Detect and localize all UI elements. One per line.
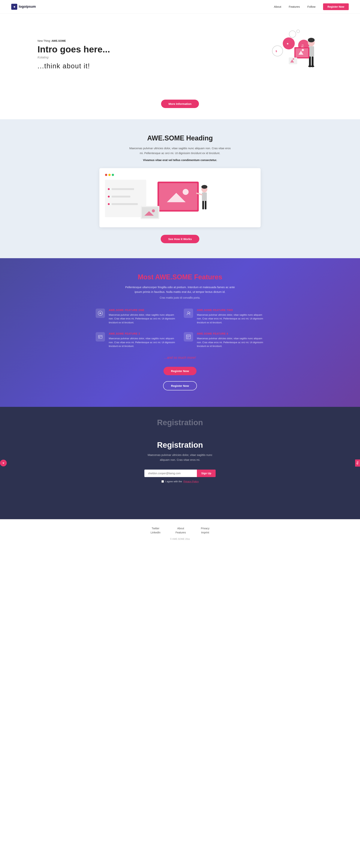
svg-point-35 bbox=[201, 185, 207, 189]
agree-row: I agree with the Privacy Policy bbox=[161, 480, 199, 483]
signup-button[interactable]: Sign Up bbox=[197, 470, 216, 477]
hero-subtitle: Kotating bbox=[37, 56, 110, 59]
nav-links: About Features Follow Register Now bbox=[274, 3, 349, 10]
hero-badge-prefix: New Thing: bbox=[37, 39, 51, 42]
nav-features[interactable]: Features bbox=[289, 5, 300, 8]
dot-green bbox=[112, 174, 114, 176]
footer-privacy[interactable]: Privacy bbox=[201, 527, 210, 530]
svg-rect-25 bbox=[112, 188, 134, 190]
feature-title-2: AWE.SOME FEATURE TWO bbox=[197, 309, 265, 312]
feature-desc-2: Maecenas pulvinar ultricies dolor, vitae… bbox=[197, 313, 265, 324]
nav-follow[interactable]: Follow bbox=[307, 5, 315, 8]
feature-item-3: AWE.SOME FEATURE 3 Maecenas pulvinar ult… bbox=[95, 332, 176, 348]
feature-title-1: AWE.SOME FEATURE ONE bbox=[109, 309, 176, 312]
features-register-button-2[interactable]: Register Now bbox=[163, 381, 197, 391]
feature-icon-4 bbox=[184, 332, 193, 342]
svg-rect-39 bbox=[205, 201, 206, 209]
dot-red bbox=[105, 174, 107, 176]
mockup-container bbox=[100, 168, 260, 227]
svg-point-22 bbox=[293, 58, 294, 60]
awesome-paragraph: Maecenas pulvinar ultricies dolor, vitae… bbox=[128, 146, 232, 155]
svg-rect-23 bbox=[105, 180, 146, 217]
hero-tagline: ...think about it! bbox=[37, 62, 110, 70]
svg-point-33 bbox=[183, 189, 189, 195]
mockup-dots bbox=[105, 174, 255, 176]
awesome-heading: AWE.SOME Heading bbox=[37, 134, 323, 142]
feature-icon-1 bbox=[95, 309, 105, 318]
hero-svg: $ ★ ♡ bbox=[251, 28, 323, 81]
svg-point-28 bbox=[108, 203, 110, 205]
feature-item-4: AWE.SOME FEATURE 4 Maecenas pulvinar ult… bbox=[184, 332, 265, 348]
svg-rect-52 bbox=[187, 337, 190, 337]
footer-col-social: Twitter LinkedIn bbox=[150, 527, 161, 534]
nav-about[interactable]: About bbox=[274, 5, 281, 8]
footer-col-legal: Privacy Imprint bbox=[201, 527, 210, 534]
hero-badge: New Thing: AWE.SOME bbox=[37, 39, 110, 42]
svg-point-24 bbox=[108, 188, 110, 190]
footer-col-nav: About Features bbox=[175, 527, 186, 534]
svg-rect-38 bbox=[202, 201, 204, 209]
hero-badge-product: AWE.SOME bbox=[51, 39, 66, 42]
email-input[interactable] bbox=[144, 470, 197, 477]
svg-rect-49 bbox=[99, 337, 100, 338]
registration-heading-scroll: Registration bbox=[157, 418, 203, 427]
logo-icon: ◈ bbox=[11, 4, 17, 10]
svg-rect-54 bbox=[187, 338, 189, 338]
logo: ◈ logoipsum bbox=[11, 4, 36, 10]
section-awesome: AWE.SOME Heading Maecenas pulvinar ultri… bbox=[0, 119, 360, 258]
svg-point-45 bbox=[188, 312, 189, 313]
features-grid: AWE.SOME FEATURE ONE Maecenas pulvinar u… bbox=[95, 309, 265, 348]
svg-text:$: $ bbox=[276, 50, 277, 53]
footer-copyright: © AWE.SOME 20xx bbox=[37, 538, 323, 540]
features-cta-row: Register Now bbox=[37, 365, 323, 377]
feature-text-1: AWE.SOME FEATURE ONE Maecenas pulvinar u… bbox=[109, 309, 176, 324]
feature-desc-3: Maecenas pulvinar ultricies dolor, vitae… bbox=[109, 337, 176, 348]
section-registration: Registration Registration Maecenas pulvi… bbox=[0, 407, 360, 519]
features-register-button-1[interactable]: Register Now bbox=[164, 367, 196, 375]
svg-rect-27 bbox=[112, 196, 130, 197]
svg-point-4 bbox=[283, 37, 295, 50]
feature-text-4: AWE.SOME FEATURE 4 Maecenas pulvinar ult… bbox=[197, 332, 265, 348]
features-description: Pellentesque ullamcorper fringilla odio … bbox=[124, 285, 236, 294]
see-how-button[interactable]: See How it Works bbox=[161, 235, 199, 243]
svg-point-2 bbox=[272, 46, 283, 56]
navbar: ◈ logoipsum About Features Follow Regist… bbox=[0, 0, 360, 13]
svg-rect-53 bbox=[187, 337, 189, 338]
svg-rect-36 bbox=[202, 192, 207, 201]
svg-point-26 bbox=[108, 196, 110, 197]
more-info-button[interactable]: More Information bbox=[161, 100, 199, 108]
footer-twitter[interactable]: Twitter bbox=[150, 527, 161, 530]
privacy-link[interactable]: Privacy Policy bbox=[184, 480, 199, 483]
feature-desc-1: Maecenas pulvinar ultricies dolor, vitae… bbox=[109, 313, 176, 324]
footer-about[interactable]: About bbox=[175, 527, 186, 530]
registration-form: Sign Up I agree with the Privacy Policy bbox=[37, 470, 323, 483]
svg-text:★: ★ bbox=[286, 42, 289, 45]
awesome-highlight: Vivamus vitae erat vel tellus condimentu… bbox=[128, 158, 232, 162]
scroll-badge[interactable] bbox=[0, 460, 7, 466]
footer-features[interactable]: Features bbox=[175, 531, 186, 534]
feature-title-4: AWE.SOME FEATURE 4 bbox=[197, 332, 265, 335]
agree-text: I agree with the bbox=[165, 480, 182, 483]
hero-section: New Thing: AWE.SOME Intro goes here... K… bbox=[0, 13, 360, 92]
registration-heading: Registration bbox=[37, 440, 323, 450]
registration-content: Registration Maecenas pulvinar ultricies… bbox=[37, 426, 323, 483]
svg-point-19 bbox=[302, 49, 304, 51]
svg-point-9 bbox=[308, 38, 315, 42]
privacy-checkbox[interactable] bbox=[161, 480, 164, 483]
feature-item-1: AWE.SOME FEATURE ONE Maecenas pulvinar u… bbox=[95, 309, 176, 324]
footer-links: Twitter LinkedIn About Features Privacy … bbox=[37, 527, 323, 534]
svg-point-1 bbox=[297, 30, 300, 33]
features-heading: Most AWE.SOME Features bbox=[37, 273, 323, 281]
footer-imprint[interactable]: Imprint bbox=[201, 531, 210, 534]
feature-text-3: AWE.SOME FEATURE 3 Maecenas pulvinar ult… bbox=[109, 332, 176, 348]
feature-icon-2 bbox=[184, 309, 193, 318]
footer-linkedin[interactable]: LinkedIn bbox=[150, 531, 161, 534]
feature-icon-3 bbox=[95, 332, 105, 342]
hero-cta: More Information bbox=[0, 92, 360, 119]
feature-desc-4: Maecenas pulvinar ultricies dolor, vitae… bbox=[197, 337, 265, 348]
features-cta-row-2: Register Now bbox=[37, 380, 323, 392]
nav-register-button[interactable]: Register Now bbox=[323, 3, 349, 10]
hero-illustration: $ ★ ♡ bbox=[251, 28, 323, 81]
features-and-more: ...and so much more! bbox=[37, 356, 323, 360]
up-badge[interactable]: Up bbox=[355, 460, 360, 467]
